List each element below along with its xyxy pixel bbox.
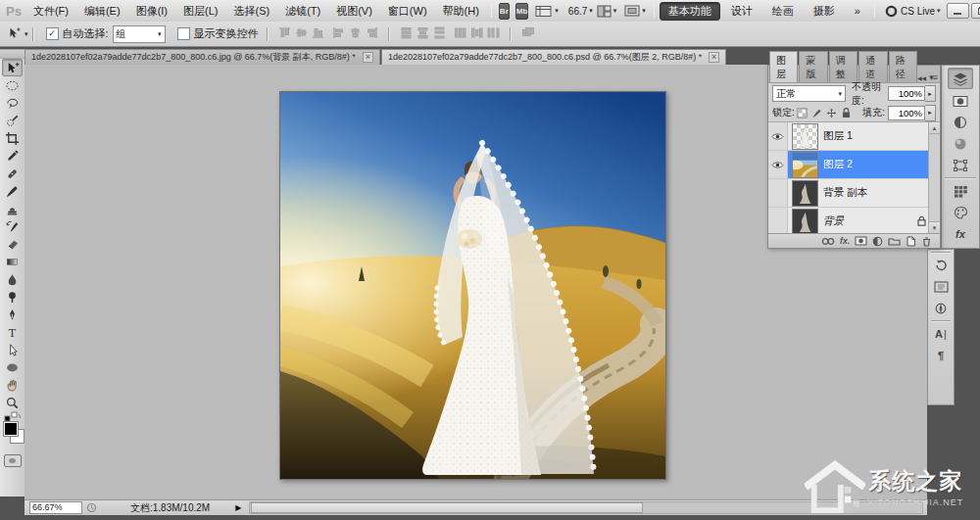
panel-menu-icon[interactable]: ▾≡ <box>929 72 937 82</box>
status-zoom-input[interactable]: 66.67% <box>29 501 82 514</box>
restore-button[interactable] <box>971 3 980 19</box>
rotate-view-panel-icon[interactable] <box>929 299 953 318</box>
menu-image[interactable]: 图像(I) <box>128 1 175 22</box>
scroll-up-icon[interactable]: ▲ <box>929 122 940 134</box>
lock-image-icon[interactable] <box>811 108 822 118</box>
lock-position-icon[interactable] <box>826 108 837 118</box>
layers-scrollbar[interactable]: ▲ ▼ <box>928 122 940 233</box>
minimize-button[interactable] <box>947 3 969 19</box>
new-adjustment-layer-icon[interactable] <box>872 236 883 247</box>
gradient-tool[interactable] <box>2 253 23 270</box>
menu-window[interactable]: 窗口(W) <box>380 1 435 22</box>
show-transform-checkbox[interactable] <box>177 27 190 40</box>
launch-bridge-button[interactable]: Br <box>499 3 510 20</box>
swatches-panel-icon[interactable] <box>949 181 972 201</box>
menu-select[interactable]: 选择(S) <box>225 1 277 22</box>
menu-edit[interactable]: 编辑(E) <box>76 1 128 22</box>
opacity-field[interactable]: 100% ▸ <box>888 85 936 102</box>
scroll-down-icon[interactable]: ▼ <box>929 221 940 233</box>
history-brush-tool[interactable] <box>2 217 23 235</box>
opacity-spinner-icon[interactable]: ▸ <box>925 85 936 102</box>
layer-thumbnail[interactable] <box>792 180 818 207</box>
elliptical-marquee-tool[interactable] <box>2 76 23 94</box>
fill-field[interactable]: 100% ▸ <box>888 105 936 121</box>
quick-mask-button[interactable] <box>4 454 22 467</box>
new-layer-icon[interactable] <box>906 236 916 247</box>
document-canvas[interactable] <box>279 91 666 480</box>
app-zoom-level[interactable]: 66.7 <box>568 6 587 17</box>
visibility-toggle[interactable] <box>768 151 788 178</box>
lock-all-icon[interactable] <box>841 107 852 118</box>
path-selection-tool[interactable] <box>2 341 23 358</box>
tab-close-icon[interactable]: × <box>709 52 719 63</box>
tab-adjustments[interactable]: 调整 <box>829 51 858 82</box>
clone-stamp-tool[interactable] <box>2 200 23 217</box>
blur-tool[interactable] <box>2 270 23 288</box>
menu-layer[interactable]: 图层(L) <box>175 1 225 22</box>
lock-transparency-icon[interactable] <box>797 108 808 118</box>
color-panel-icon[interactable] <box>949 203 972 222</box>
screen-mode-button[interactable]: ▾ <box>624 5 646 17</box>
scrollbar-thumb[interactable] <box>251 502 643 513</box>
brush-tool[interactable] <box>2 182 23 200</box>
layer-styles-icon[interactable]: fx. <box>840 236 850 246</box>
view-extras-button[interactable]: ▾ <box>535 5 559 18</box>
tab-layers[interactable]: 图层 <box>769 51 798 82</box>
menu-filter[interactable]: 滤镜(T) <box>277 1 328 22</box>
visibility-toggle[interactable] <box>768 208 788 233</box>
hand-tool[interactable] <box>2 376 23 394</box>
paragraph-panel-icon[interactable]: ¶ <box>929 346 953 365</box>
effects-panel-icon[interactable]: fx <box>949 224 972 244</box>
status-menu-button[interactable]: ▶ <box>235 503 241 512</box>
crop-tool[interactable] <box>2 129 23 147</box>
document-tab-psd[interactable]: 1de2028107ef02a79adde77dc2b7_800_800.c6.… <box>381 49 726 65</box>
pen-tool[interactable] <box>2 306 23 323</box>
eyedropper-tool[interactable] <box>2 147 23 165</box>
cs-live-button[interactable]: CS Live ▾ <box>885 5 941 18</box>
arrange-documents-button[interactable]: ▾ <box>597 5 617 18</box>
menu-view[interactable]: 视图(V) <box>328 1 380 22</box>
history-panel-icon[interactable] <box>929 256 953 275</box>
character-panel-icon[interactable]: A| <box>929 324 953 344</box>
workspace-photography-button[interactable]: 摄影 <box>805 2 844 21</box>
launch-mini-bridge-button[interactable]: Mb <box>515 3 529 20</box>
fill-spinner-icon[interactable]: ▸ <box>925 105 936 121</box>
visibility-toggle[interactable] <box>768 179 788 207</box>
menu-help[interactable]: 帮助(H) <box>435 1 487 22</box>
workspace-design-button[interactable]: 设计 <box>722 2 761 21</box>
collapse-panel-icon[interactable]: ◀◀ <box>917 74 926 81</box>
masks-panel-icon[interactable] <box>949 91 972 111</box>
spot-healing-brush-tool[interactable] <box>2 165 23 182</box>
ellipse-shape-tool[interactable] <box>2 358 23 376</box>
quick-selection-tool[interactable] <box>2 112 23 129</box>
visibility-toggle[interactable] <box>768 122 788 150</box>
layer-row-2[interactable]: 图层 2 <box>768 151 940 179</box>
opacity-value[interactable]: 100% <box>888 86 925 101</box>
chevron-down-icon[interactable]: ▾ <box>24 30 28 38</box>
lasso-tool[interactable] <box>2 94 23 112</box>
layer-row-4[interactable]: 背景 <box>768 208 940 233</box>
move-tool[interactable] <box>2 59 23 76</box>
tab-close-icon[interactable]: × <box>363 52 373 63</box>
new-group-icon[interactable] <box>888 236 901 246</box>
auto-select-checkbox[interactable]: ✓ <box>46 27 59 40</box>
layer-row-1[interactable]: 图层 1 <box>768 122 940 151</box>
horizontal-type-tool[interactable]: T <box>2 323 23 341</box>
adjustments-panel-icon[interactable] <box>949 113 972 132</box>
styles-panel-icon[interactable] <box>949 134 972 154</box>
delete-layer-icon[interactable] <box>921 236 932 247</box>
tab-channels[interactable]: 通道 <box>858 51 887 82</box>
move-tool-preset-icon[interactable] <box>7 26 21 42</box>
tab-paths[interactable]: 路径 <box>889 51 917 82</box>
layers-panel-icon[interactable] <box>948 68 973 89</box>
workspace-painting-button[interactable]: 绘画 <box>763 2 803 21</box>
clone-source-panel-icon[interactable] <box>929 277 953 297</box>
foreground-color-swatch[interactable] <box>3 421 19 437</box>
eraser-tool[interactable] <box>2 235 23 253</box>
tab-masks[interactable]: 蒙版 <box>799 51 827 82</box>
layer-row-3[interactable]: 背景 副本 <box>768 179 940 208</box>
fill-value[interactable]: 100% <box>888 106 925 120</box>
workspace-overflow-button[interactable]: » <box>846 3 869 19</box>
add-layer-mask-icon[interactable] <box>855 236 867 246</box>
panel-grip[interactable] <box>0 50 24 59</box>
